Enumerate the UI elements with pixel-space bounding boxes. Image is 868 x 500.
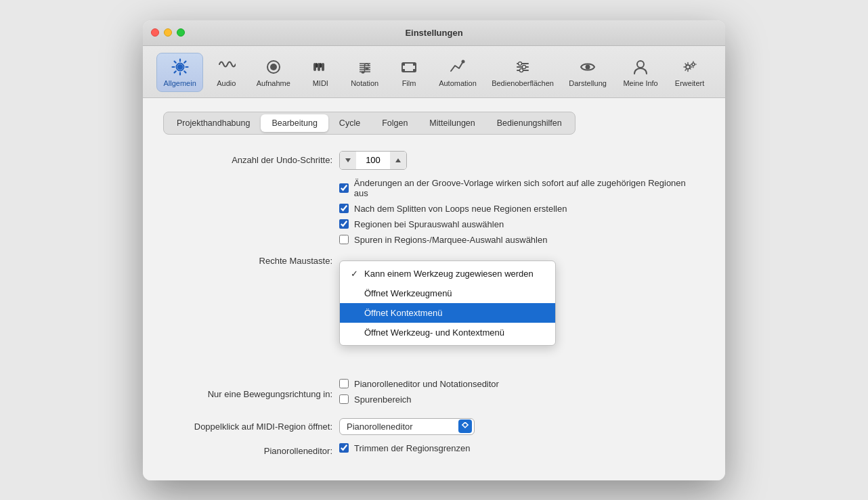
- window-title: Einstellungen: [405, 28, 462, 38]
- toolbar-item-audio[interactable]: Audio: [206, 53, 246, 92]
- trimmen-label: Trimmen der Regionsgrenzen: [354, 443, 470, 453]
- toolbar-label-allgemein: Allgemein: [164, 79, 196, 87]
- dropdown-item-werkzeug-kontext[interactable]: Öffnet Werkzeug- und Kontextmenü: [340, 323, 555, 342]
- toolbar-item-notation[interactable]: Notation: [343, 53, 386, 92]
- dropdown-item-zuweisen-label: Kann einem Werkzeug zugewiesen werden: [364, 269, 534, 279]
- dropdown-item-werkzeug-kontext-label: Öffnet Werkzeug- und Kontextmenü: [364, 327, 504, 338]
- toolbar-item-automation[interactable]: Automation: [432, 53, 483, 92]
- svg-rect-7: [316, 63, 318, 68]
- doppelklick-select[interactable]: Pianorolleneditor: [339, 418, 475, 435]
- settings-section: Anzahl der Undo-Schritte: 100 Änderungen…: [163, 151, 705, 459]
- trimmen-row: Trimmen der Regionsgrenzen: [339, 443, 470, 453]
- checkbox-pianoroll-notation-label: Pianorolleneditor und Notationseditor: [354, 379, 499, 389]
- dropdown-item-werkzeugmenu-label: Öffnet Werkzeugmenü: [364, 288, 452, 298]
- close-button[interactable]: [151, 28, 159, 37]
- toolbar-label-automation: Automation: [439, 79, 477, 87]
- content-area: Projekthandhabung Bearbeitung Cycle Folg…: [143, 98, 725, 480]
- checkbox-spurenbereich-label: Spurenbereich: [354, 394, 412, 405]
- tab-cycle[interactable]: Cycle: [328, 114, 371, 132]
- trimmen-checkbox-input[interactable]: [339, 443, 349, 453]
- eye-icon: [577, 56, 599, 78]
- toolbar-item-aufnahme[interactable]: Aufnahme: [249, 53, 297, 92]
- minimize-button[interactable]: [164, 28, 172, 37]
- person-icon: [630, 56, 651, 78]
- record-icon: [263, 56, 284, 78]
- toolbar-label-bedienoberflachen: Bedienoberflächen: [492, 79, 554, 87]
- advanced-gear-icon: [679, 56, 701, 78]
- checkbox-spurenbereich: Spurenbereich: [339, 394, 499, 405]
- toolbar-item-erweitert[interactable]: Erweitert: [668, 53, 712, 92]
- checkbox-loops-label: Nach dem Splitten von Loops neue Regione…: [354, 204, 567, 214]
- checkbox-groove-label: Änderungen an der Groove-Vorlage wirken …: [354, 178, 698, 198]
- maximize-button[interactable]: [177, 28, 185, 37]
- toolbar-label-aufnahme: Aufnahme: [257, 79, 290, 87]
- toolbar-item-allgemein[interactable]: Allgemein: [156, 53, 203, 92]
- checkbox-pianoroll-notation: Pianorolleneditor und Notationseditor: [339, 379, 499, 389]
- toolbar-label-darstellung: Darstellung: [569, 79, 607, 87]
- tab-bearbeitung[interactable]: Bearbeitung: [261, 114, 328, 132]
- checkbox-groove-input[interactable]: [339, 183, 349, 193]
- doppelklick-label: Doppelklick auf MIDI-Region öffnet:: [170, 422, 332, 432]
- bewegungsrichtung-row: Nur eine Bewegungsrichtung in: Pianoroll…: [170, 379, 698, 410]
- svg-point-16: [365, 67, 368, 70]
- toolbar-label-meine-info: Meine Info: [623, 79, 657, 87]
- dropdown-item-zuweisen[interactable]: ✓ Kann einem Werkzeug zugewiesen werden: [340, 264, 555, 283]
- svg-point-0: [177, 64, 183, 70]
- notation-icon: [354, 56, 376, 78]
- svg-rect-21: [413, 69, 416, 72]
- undo-stepper[interactable]: 100: [339, 151, 407, 170]
- rechte-maustaste-label: Rechte Maustaste:: [170, 256, 332, 266]
- checkbox-spurauswahl-input[interactable]: [339, 219, 349, 229]
- svg-point-29: [586, 64, 590, 69]
- toolbar-label-film: Film: [402, 79, 416, 87]
- svg-point-26: [519, 62, 522, 65]
- checkbox-groove: Änderungen an der Groove-Vorlage wirken …: [339, 178, 698, 198]
- bewegungsrichtung-label: Nur eine Bewegungsrichtung in:: [170, 389, 332, 399]
- toolbar-item-darstellung[interactable]: Darstellung: [562, 53, 613, 92]
- titlebar: Einstellungen: [143, 20, 725, 46]
- traffic-lights: [151, 28, 185, 37]
- tab-mitteilungen[interactable]: Mitteilungen: [418, 114, 485, 132]
- toolbar-item-film[interactable]: Film: [389, 53, 429, 92]
- automation-icon: [447, 56, 469, 78]
- svg-rect-20: [402, 69, 405, 72]
- toolbar-item-bedienoberflachen[interactable]: Bedienoberflächen: [486, 53, 559, 92]
- toolbar-item-midi[interactable]: MIDI: [300, 53, 341, 92]
- checkbox-pianoroll-notation-input[interactable]: [339, 379, 349, 388]
- doppelklick-select-wrapper: Pianorolleneditor: [339, 418, 475, 435]
- check-mark-werkzeug-kontext: [351, 327, 364, 338]
- toolbar-label-audio: Audio: [217, 79, 236, 87]
- undo-label: Anzahl der Undo-Schritte:: [170, 155, 332, 165]
- sliders-icon: [512, 56, 534, 78]
- doppelklick-row: Doppelklick auf MIDI-Region öffnet: Pian…: [170, 418, 698, 435]
- svg-point-3: [270, 64, 277, 70]
- midi-icon: [309, 56, 331, 78]
- undo-decrease-button[interactable]: [340, 152, 356, 169]
- undo-increase-button[interactable]: [390, 152, 406, 169]
- dropdown-item-werkzeugmenu[interactable]: Öffnet Werkzeugmenü: [340, 283, 555, 303]
- checkbox-loops-input[interactable]: [339, 204, 349, 213]
- svg-point-27: [523, 65, 526, 68]
- toolbar-label-notation: Notation: [351, 79, 378, 87]
- gear-icon: [169, 56, 191, 78]
- toolbar: Allgemein Audio Aufnahme: [143, 46, 725, 98]
- toolbar-item-meine-info[interactable]: Meine Info: [616, 53, 665, 92]
- checkbox-marquee-input[interactable]: [339, 235, 349, 244]
- dropdown-item-kontextmenu[interactable]: Öffnet Kontextmenü: [340, 303, 555, 323]
- toolbar-label-midi: MIDI: [313, 79, 328, 87]
- rechte-maustaste-row: Rechte Maustaste: ✓ Kann einem Werkzeug …: [170, 256, 698, 266]
- tab-projekthandhabung[interactable]: Projekthandhabung: [166, 114, 261, 132]
- tab-bedienungshilfen[interactable]: Bedienungshilfen: [486, 114, 573, 132]
- tab-folgen[interactable]: Folgen: [371, 114, 418, 132]
- svg-rect-18: [402, 63, 405, 66]
- checkbox-spurenbereich-input[interactable]: [339, 394, 349, 404]
- pianorolleneditor-row: Pianorolleneditor: Trimmen der Regionsgr…: [170, 443, 698, 459]
- checkbox-loops: Nach dem Splitten von Loops neue Regione…: [339, 204, 698, 214]
- svg-rect-8: [320, 63, 322, 68]
- main-window: Einstellungen Allgemein Audio: [143, 20, 725, 480]
- svg-rect-19: [413, 63, 416, 66]
- checkbox-marquee: Spuren in Regions-/Marquee-Auswahl auswä…: [339, 235, 698, 245]
- toolbar-label-erweitert: Erweitert: [675, 79, 704, 87]
- audio-icon: [215, 56, 237, 78]
- svg-rect-6: [322, 63, 324, 71]
